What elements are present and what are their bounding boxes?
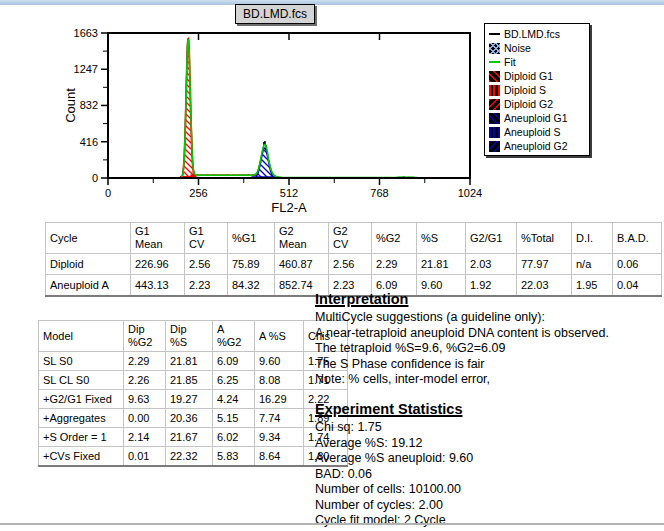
table-row: +CVs Fixed0.0122.325.838.641.80 [39,447,348,466]
plot-title-box[interactable]: BD.LMD.fcs [235,4,315,24]
legend-swatch-green-line-icon [489,61,500,63]
legend-swatch-red-bs-icon [489,71,500,82]
table-cell: Diploid [46,254,131,275]
interpretation-heading: Interpretation [315,291,664,308]
legend-swatch-black-line-icon [489,33,500,35]
svg-text:Count: Count [63,88,78,123]
table-cell: 2.56 [185,254,228,275]
table-cell: 8.64 [255,447,304,466]
table-row: SL S02.2921.816.099.601.75 [39,352,348,371]
text-line: The tetraploid %S=9.6, %G2=6.09 [315,341,664,357]
table-header-cell: %Total [517,223,572,254]
legend-item: Aneuploid S [489,125,585,139]
table-cell: 84.32 [228,275,275,296]
legend-label: Noise [504,42,531,54]
table-cell: 2.29 [124,352,166,371]
legend-swatch-red-v-icon [489,85,500,96]
text-line: Number of cycles: 2.00 [315,498,664,514]
text-line: Average %S: 19.12 [315,436,664,452]
table-header-cell: %S [417,223,466,254]
experiment-statistics-body: Chi sq: 1.75Average %S: 19.12Average %S … [315,420,664,529]
legend-swatch-noise-icon [489,43,500,54]
legend-swatch-blue-v-icon [489,127,500,138]
text-line: The S Phase confidence is fair [315,357,664,373]
table-cell: n/a [572,254,613,275]
legend-item: Noise [489,41,585,55]
svg-text:FL2-A: FL2-A [271,200,307,215]
legend-swatch-blue-bs-icon [489,113,500,124]
legend: BD.LMD.fcsNoiseFitDiploid G1Diploid SDip… [484,23,590,156]
table-header-cell: %G2 [372,223,417,254]
table-cell: 7.74 [255,409,304,428]
table-cell: 77.97 [517,254,572,275]
legend-label: BD.LMD.fcs [504,28,560,40]
table-cell: 9.34 [255,428,304,447]
table-row: SL CL S02.2621.856.258.081.71 [39,371,348,390]
table-row: Diploid226.962.5675.89460.872.562.2921.8… [46,254,662,275]
text-line: Cycle fit model: 2 Cycle [315,513,664,529]
legend-label: Aneuploid S [504,126,561,138]
svg-text:832: 832 [80,99,98,111]
text-line: Number of cells: 10100.00 [315,482,664,498]
legend-item: Aneuploid G2 [489,139,585,153]
table-cell: 226.96 [131,254,185,275]
legend-label: Fit [504,56,516,68]
text-line: A near-tetraploid aneuploid DNA content … [315,326,664,342]
table-header-row: ModelDip %G2Dip %SA %G2A %SChis [39,321,348,352]
table-header-row: CycleG1 MeanG1 CV%G1G2 MeanG2 CV%G2%SG2/… [46,223,662,254]
experiment-statistics-heading: Experiment Statistics [315,401,664,418]
table-cell: 0.01 [124,447,166,466]
table-header-cell: B.A.D. [613,223,662,254]
legend-item: Diploid G1 [489,69,585,83]
table-header-cell: A %G2 [213,321,255,352]
table-header-cell: Model [39,321,124,352]
table-cell: 2.14 [124,428,166,447]
table-cell: 21.81 [166,352,213,371]
table-cell: +Aggregates [39,409,124,428]
legend-item: BD.LMD.fcs [489,27,585,41]
legend-item: Aneuploid G1 [489,111,585,125]
table-cell: 21.85 [166,371,213,390]
table-cell: 0.06 [613,254,662,275]
legend-label: Diploid G1 [504,70,553,82]
cycle-stats-table: CycleG1 MeanG1 CV%G1G2 MeanG2 CV%G2%SG2/… [45,222,662,297]
legend-item: Fit [489,55,585,69]
svg-text:1247: 1247 [74,63,98,75]
legend-swatch-red-fs-icon [489,99,500,110]
text-line: MultiCycle suggestions (a guideline only… [315,310,664,326]
model-comparison-table: ModelDip %G2Dip %SA %G2A %SChisSL S02.29… [38,320,348,467]
legend-label: Diploid S [504,84,546,96]
table-cell: 2.29 [372,254,417,275]
table-cell: 2.26 [124,371,166,390]
table-row: +G2/G1 Fixed9.6319.274.2416.292.22 [39,390,348,409]
table-cell: 443.13 [131,275,185,296]
table-header-cell: G1 Mean [131,223,185,254]
table-header-cell: G2 Mean [275,223,329,254]
table-cell: 2.56 [329,254,372,275]
svg-text:768: 768 [370,187,388,199]
text-line: BAD: 0.06 [315,467,664,483]
table-header-cell: A %S [255,321,304,352]
legend-item: Diploid G2 [489,97,585,111]
interpretation-body: MultiCycle suggestions (a guideline only… [315,310,664,388]
experiment-statistics-section: Experiment Statistics Chi sq: 1.75Averag… [315,401,664,529]
table-cell: 0.00 [124,409,166,428]
table-row: +Aggregates0.0020.365.157.741.89 [39,409,348,428]
table-cell: 6.09 [213,352,255,371]
table-header-cell: D.I. [572,223,613,254]
table-cell: 22.32 [166,447,213,466]
legend-label: Diploid G2 [504,98,553,110]
table-header-cell: G1 CV [185,223,228,254]
legend-swatch-blue-fs-icon [489,141,500,152]
legend-label: Aneuploid G2 [504,140,568,152]
table-cell: +CVs Fixed [39,447,124,466]
legend-label: Aneuploid G1 [504,112,568,124]
table-cell: +S Order = 1 [39,428,124,447]
svg-text:1024: 1024 [458,187,482,199]
table-cell: 9.60 [255,352,304,371]
table-cell: 9.63 [124,390,166,409]
svg-text:1663: 1663 [74,27,98,39]
table-cell: 5.83 [213,447,255,466]
table-header-cell: Cycle [46,223,131,254]
table-cell: 21.81 [417,254,466,275]
